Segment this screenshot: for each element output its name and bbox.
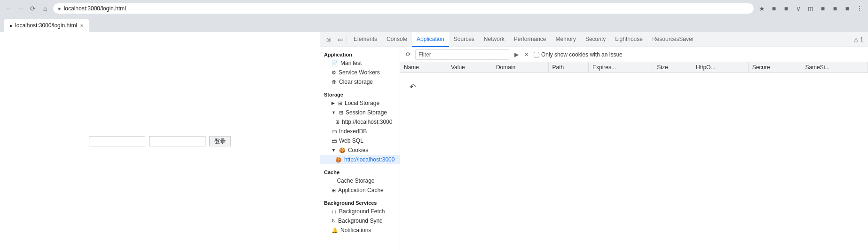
tab-application[interactable]: Application [412,32,449,47]
sidebar-item-cookies-localhost[interactable]: 🍪 http://localhost:3000 [320,155,400,164]
refresh-button[interactable]: ⟳ [404,50,412,59]
tab-close-button[interactable]: ✕ [80,23,84,28]
tab-performance[interactable]: Performance [509,32,551,47]
sidebar-item-session-localhost[interactable]: ⊞ http://localhost:3000 [320,117,400,127]
tab-lighthouse[interactable]: Lighthouse [610,32,647,47]
cookies-expand-icon: ▼ [331,148,336,153]
sidebar-item-bg-fetch[interactable]: ↑↓ Background Fetch [320,207,400,216]
col-value: Value [447,62,492,73]
sidebar-indexeddb-label: IndexedDB [339,128,367,135]
home-button[interactable]: ⌂ [40,4,50,13]
sidebar-item-cookies[interactable]: ▼ 🍪 Cookies [320,145,400,155]
extension2-icon[interactable]: ■ [781,4,791,13]
session-storage-icon: ⊞ [339,110,343,116]
tab-security[interactable]: Security [581,32,610,47]
devtools-main-content: ⟳ ▶ ✕ Only show cookies with an issue [400,47,868,250]
sidebar-item-cache-storage[interactable]: ≡ Cache Storage [320,176,400,185]
tab-favicon: ● [9,23,12,28]
tab-resourcessaver[interactable]: ResourcesSaver [647,32,699,47]
sidebar-app-cache-label: Application Cache [338,187,384,194]
browser-chrome: ← → ⟳ ⌂ ● localhost:3000/login.html ★ ■ … [0,0,868,32]
browser-toolbar: ← → ⟳ ⌂ ● localhost:3000/login.html ★ ■ … [0,0,868,17]
reload-button[interactable]: ⟳ [28,4,38,13]
sidebar-cookies-label: Cookies [348,147,368,153]
session-localhost-icon: ⊞ [335,119,339,125]
bg-sync-icon: ↻ [331,218,336,224]
filter-icons: ▶ ✕ [512,50,531,59]
tab-network[interactable]: Network [479,32,509,47]
address-bar[interactable]: ● localhost:3000/login.html [53,3,754,14]
sidebar-section-application: Application [320,49,400,58]
session-storage-expand-icon: ▼ [331,110,336,115]
show-cookies-checkbox[interactable] [534,52,539,57]
bookmark-icon[interactable]: ★ [757,4,766,13]
service-workers-icon: ⚙ [331,70,336,76]
page-content: 登录 [0,32,320,250]
sidebar-cache-storage-label: Cache Storage [337,177,374,184]
app-cache-icon: ⊞ [331,187,336,194]
sidebar-item-app-cache[interactable]: ⊞ Application Cache [320,185,400,195]
username-input[interactable] [89,136,145,146]
sidebar-item-session-storage[interactable]: ▼ ⊞ Session Storage [320,108,400,117]
cookies-toolbar: ⟳ ▶ ✕ Only show cookies with an issue [400,47,868,62]
sidebar-divider2 [320,165,400,166]
notifications-icon: 🔔 [331,227,338,234]
tab-sources[interactable]: Sources [449,32,479,47]
extension3-icon[interactable]: v [794,4,803,13]
toolbar-right: ★ ■ ■ v m ■ ■ ■ ⋮ [757,4,864,13]
sidebar-item-service-workers[interactable]: ⚙ Service Workers [320,68,400,77]
filter-options-icon[interactable]: ▶ [512,50,521,59]
cookies-localhost-icon: 🍪 [335,157,342,163]
show-cookies-label[interactable]: Only show cookies with an issue [534,51,623,58]
col-size: Size [653,62,692,73]
sidebar-item-websql[interactable]: 🗃 Web SQL [320,136,400,145]
sidebar-item-indexeddb[interactable]: 🗃 IndexedDB [320,127,400,136]
device-icon[interactable]: ▭ [335,35,345,44]
back-button[interactable]: ← [4,4,13,13]
login-form: 登录 [89,136,231,146]
overflow-button[interactable]: △ 1 [851,36,866,43]
cache-storage-icon: ≡ [331,178,334,184]
websql-icon: 🗃 [331,138,337,144]
sidebar-bg-sync-label: Background Sync [338,218,382,224]
browser-tab[interactable]: ● localhost:3000/login.html ✕ [4,19,89,32]
forward-button[interactable]: → [16,4,25,13]
tab-elements[interactable]: Elements [349,32,382,47]
extension7-icon[interactable]: ■ [843,4,852,13]
menu-icon[interactable]: ⋮ [855,4,864,13]
sidebar-service-workers-label: Service Workers [339,69,380,76]
col-path: Path [548,62,588,73]
sidebar-divider3 [320,196,400,196]
extension1-icon[interactable]: ■ [769,4,779,13]
main-content: 登录 ◎ ▭ Elements Console Application Sour… [0,32,868,250]
login-button[interactable]: 登录 [209,136,231,146]
filter-input[interactable] [415,49,509,60]
tab-console[interactable]: Console [382,32,412,47]
sidebar-item-local-storage[interactable]: ▶ ⊞ Local Storage [320,98,400,108]
tab-bar: ● localhost:3000/login.html ✕ [0,17,868,32]
sidebar-item-manifest[interactable]: 📄 Manifest [320,58,400,68]
indexeddb-icon: 🗃 [331,129,337,134]
sidebar-divider1 [320,88,400,88]
col-samesi: SameSi... [801,62,868,73]
tab-title: localhost:3000/login.html [15,22,77,29]
filter-clear-icon[interactable]: ✕ [522,50,531,59]
cookies-data-table: Name Value Domain Path Expires... Size H… [400,62,868,73]
extension6-icon[interactable]: ■ [830,4,840,13]
tab-memory[interactable]: Memory [551,32,581,47]
col-domain: Domain [492,62,548,73]
sidebar-item-notifications[interactable]: 🔔 Notifications [320,226,400,235]
inspect-icon[interactable]: ◎ [324,35,333,44]
col-expires: Expires... [588,62,653,73]
sidebar-item-bg-sync[interactable]: ↻ Background Sync [320,216,400,226]
overflow-count: 1 [860,36,863,43]
password-input[interactable] [149,136,205,146]
col-secure: Secure [748,62,801,73]
col-httpo: HttpO... [692,62,749,73]
sidebar-websql-label: Web SQL [339,137,363,144]
extension5-icon[interactable]: ■ [818,4,828,13]
extension4-icon[interactable]: m [806,4,815,13]
sidebar-item-clear-storage[interactable]: 🗑 Clear storage [320,77,400,87]
cookies-icon: 🍪 [339,147,346,153]
devtools-tab-bar: ◎ ▭ Elements Console Application Sources… [320,32,868,47]
